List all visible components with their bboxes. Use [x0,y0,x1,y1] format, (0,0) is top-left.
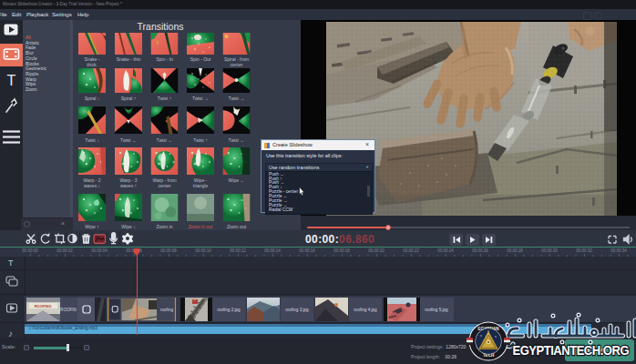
svg-text:roofing 3.jpg: roofing 3.jpg [285,308,309,312]
svg-text:EGYPTIANTECH.ORG: EGYPTIANTECH.ORG [513,342,630,358]
svg-text:ROOFING: ROOFING [35,304,52,308]
svg-text:T: T [8,258,14,268]
svg-text:roofing 5.jpg: roofing 5.jpg [425,308,448,312]
svg-text:00:00:06.860: 00:00:06.860 [305,233,374,246]
svg-text:roofing 4.jpg: roofing 4.jpg [354,308,377,312]
svg-text:roofing: roofing [160,308,173,312]
svg-text:Transitions: Transitions [138,21,184,32]
svg-text:T: T [7,73,16,88]
svg-text:ROOFIN: ROOFIN [60,308,77,312]
svg-text:roofing 2.jpg: roofing 2.jpg [217,308,241,312]
svg-text:♪: ♪ [8,329,13,339]
